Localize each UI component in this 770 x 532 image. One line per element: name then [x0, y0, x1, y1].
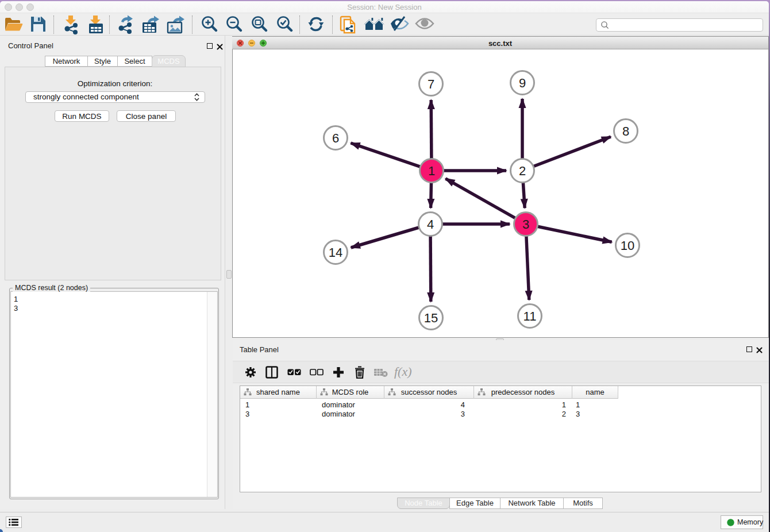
svg-text:11: 11 [523, 309, 537, 323]
svg-text:10: 10 [621, 238, 634, 253]
svg-text:14: 14 [329, 245, 342, 260]
svg-text:7: 7 [428, 77, 434, 91]
svg-text:1: 1 [428, 164, 435, 178]
svg-text:15: 15 [424, 311, 438, 325]
svg-text:2: 2 [519, 164, 526, 178]
svg-text:3: 3 [522, 217, 529, 232]
svg-text:9: 9 [519, 76, 526, 90]
svg-text:4: 4 [427, 217, 434, 232]
svg-text:6: 6 [332, 131, 339, 145]
svg-text:8: 8 [622, 124, 629, 138]
